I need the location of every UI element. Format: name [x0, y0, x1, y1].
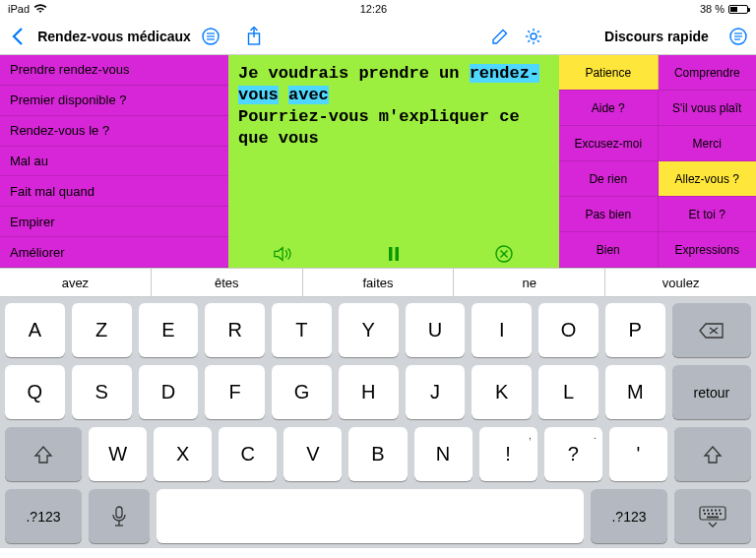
quick-phrase-cell[interactable]: De rien — [559, 161, 659, 196]
mode-key[interactable]: .?123 — [591, 489, 667, 543]
svg-rect-41 — [707, 516, 719, 518]
letter-key[interactable]: X — [154, 427, 212, 481]
shift-key[interactable] — [674, 427, 751, 481]
svg-point-6 — [531, 33, 536, 39]
svg-rect-33 — [711, 509, 713, 511]
letter-key[interactable]: P — [605, 303, 665, 357]
quick-phrase-cell[interactable]: Expressions — [659, 232, 757, 267]
phrase-item[interactable]: Rendez-vous le ? — [0, 116, 228, 147]
svg-rect-27 — [116, 507, 122, 518]
quick-phrase-cell[interactable]: Patience — [559, 55, 659, 90]
return-key[interactable]: retour — [672, 365, 751, 419]
quick-phrase-cell[interactable]: Bien — [559, 232, 659, 267]
svg-rect-39 — [716, 513, 718, 515]
quick-phrase-cell[interactable]: Excusez-moi — [559, 126, 659, 160]
back-icon[interactable] — [8, 27, 28, 46]
quick-speech-grid: PatienceComprendreAide ?S'il vous plaîtE… — [559, 55, 756, 268]
phrase-item[interactable]: Empirer — [0, 207, 228, 237]
suggestion[interactable]: avez — [0, 269, 152, 296]
clock: 12:26 — [360, 3, 388, 15]
svg-rect-36 — [704, 513, 706, 515]
space-key[interactable] — [157, 489, 584, 543]
quick-phrase-cell[interactable]: Pas bien — [559, 197, 659, 231]
svg-rect-38 — [712, 513, 714, 515]
phrase-item[interactable]: Fait mal quand — [0, 176, 228, 207]
quick-phrase-cell[interactable]: Et toi ? — [659, 197, 757, 231]
quick-phrase-cell[interactable]: Comprendre — [659, 55, 757, 90]
gear-icon[interactable] — [524, 27, 543, 46]
svg-rect-32 — [707, 509, 709, 511]
status-bar: iPad 12:26 38 % — [0, 0, 756, 18]
quick-phrase-cell[interactable]: Allez-vous ? — [659, 161, 757, 196]
dismiss-keyboard-key[interactable] — [674, 489, 751, 543]
backspace-key[interactable] — [672, 303, 751, 357]
suggestion[interactable]: voulez — [605, 269, 756, 296]
pause-icon[interactable] — [384, 244, 404, 264]
highlight-word: avec — [288, 86, 329, 104]
edit-icon[interactable] — [490, 27, 510, 46]
suggestion[interactable]: faites — [303, 269, 455, 296]
letter-key[interactable]: B — [348, 427, 407, 481]
letter-key[interactable]: S — [72, 365, 132, 419]
compose-area[interactable]: Je voudrais prendre un rendez-vous avec … — [228, 55, 559, 240]
shift-key[interactable] — [5, 427, 82, 481]
letter-key[interactable]: A — [5, 303, 65, 357]
letter-key[interactable]: Q — [5, 365, 65, 419]
letter-key[interactable]: N — [414, 427, 472, 481]
phrase-item[interactable]: Premier disponible ? — [0, 86, 228, 116]
phrase-item[interactable]: Prendre rendez-vous — [0, 55, 228, 86]
letter-key[interactable]: D — [139, 365, 199, 419]
letter-key[interactable]: R — [205, 303, 265, 357]
letter-key[interactable]: W — [89, 427, 147, 481]
compose-text: Pourriez-vous m'expliquer ce que vous — [238, 107, 520, 148]
suggestion[interactable]: ne — [454, 269, 605, 296]
letter-key[interactable]: H — [339, 365, 399, 419]
phrase-item[interactable]: Améliorer — [0, 237, 228, 268]
wifi-icon — [33, 4, 47, 14]
letter-key[interactable]: K — [472, 365, 532, 419]
svg-rect-21 — [396, 247, 400, 261]
quick-phrase-cell[interactable]: Merci — [659, 126, 757, 160]
svg-rect-35 — [719, 509, 721, 511]
quick-phrase-cell[interactable]: Aide ? — [559, 91, 659, 125]
letter-key[interactable]: T — [272, 303, 332, 357]
svg-rect-37 — [708, 513, 710, 515]
mic-key[interactable] — [89, 489, 150, 543]
quick-phrase-cell[interactable]: S'il vous plaît — [659, 91, 757, 125]
speaker-icon[interactable] — [274, 244, 293, 264]
letter-key[interactable]: G — [272, 365, 332, 419]
clear-icon[interactable] — [494, 244, 514, 264]
compose-text: Je voudrais prendre un — [238, 64, 470, 83]
share-icon[interactable] — [244, 27, 264, 46]
letter-key[interactable]: Y — [339, 303, 399, 357]
svg-rect-40 — [720, 513, 722, 515]
device-label: iPad — [8, 3, 30, 15]
letter-key[interactable]: J — [406, 365, 466, 419]
letter-key[interactable]: F — [205, 365, 265, 419]
svg-marker-19 — [275, 248, 283, 261]
phrase-item[interactable]: Mal au — [0, 147, 228, 177]
letter-key[interactable]: E — [139, 303, 199, 357]
battery-icon — [728, 5, 748, 14]
letter-key[interactable]: O — [538, 303, 598, 357]
chat-icon[interactable] — [728, 27, 748, 46]
svg-line-14 — [537, 31, 539, 32]
letter-key[interactable]: U — [406, 303, 466, 357]
punct-key[interactable]: ,! — [479, 427, 537, 481]
letter-key[interactable]: C — [219, 427, 277, 481]
list-icon[interactable] — [201, 27, 220, 46]
letter-key[interactable]: Z — [72, 303, 132, 357]
letter-key[interactable]: V — [284, 427, 342, 481]
mode-key[interactable]: .?123 — [5, 489, 82, 543]
svg-rect-31 — [703, 509, 705, 511]
letter-key[interactable]: L — [538, 365, 598, 419]
battery-percent: 38 % — [700, 3, 724, 15]
letter-key[interactable]: M — [605, 365, 665, 419]
suggestion[interactable]: êtes — [152, 269, 303, 296]
letter-key[interactable]: I — [472, 303, 532, 357]
right-panel-title: Discours rapide — [604, 29, 709, 44]
punct-key[interactable]: ' — [609, 427, 667, 481]
app-header: Rendez-vous médicaux Discours rapide — [0, 18, 756, 55]
punct-key[interactable]: .? — [544, 427, 602, 481]
suggestion-bar: avez êtes faites ne voulez — [0, 268, 756, 297]
